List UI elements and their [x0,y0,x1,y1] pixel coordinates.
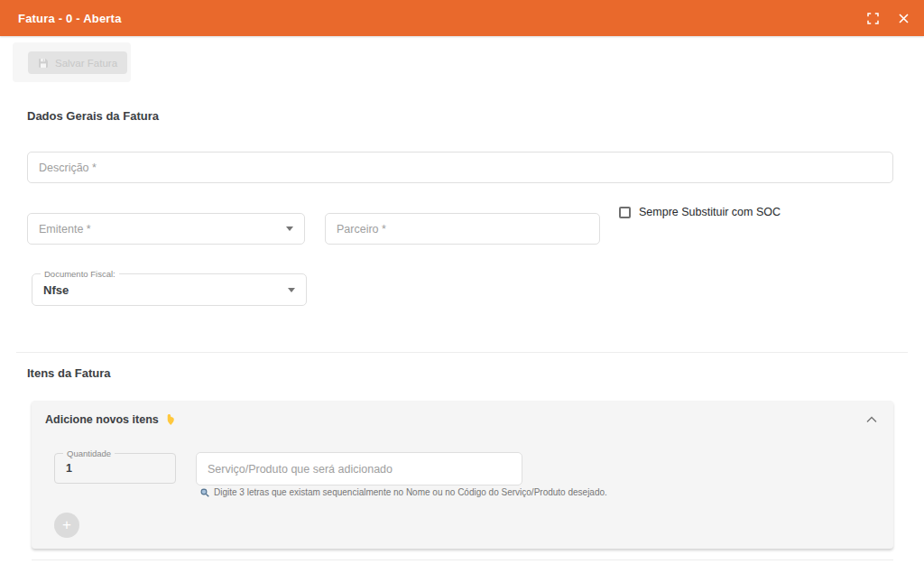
dropdown-arrow-icon [288,288,295,292]
servico-produto-input[interactable] [196,452,522,485]
add-items-panel-title: Adicione novos itens [45,413,177,426]
descricao-input[interactable] [27,152,893,183]
quantidade-label: Quantidade [63,448,115,458]
fullscreen-icon[interactable] [864,10,881,26]
soc-checkbox-label[interactable]: Sempre Substituir com SOC [639,206,781,218]
section-title-itens: Itens da Fatura [27,366,110,380]
search-icon [200,488,209,497]
documento-fiscal-select[interactable]: Documento Fiscal: Nfse [32,273,307,306]
quantidade-field[interactable]: Quantidade [54,453,176,484]
add-items-panel-title-text: Adicione novos itens [45,413,159,426]
section-divider [16,352,908,353]
soc-checkbox-row[interactable]: Sempre Substituir com SOC [619,206,781,218]
dropdown-arrow-icon [286,227,293,231]
section-title-dados-gerais: Dados Gerais da Fatura [27,109,159,123]
add-item-button[interactable]: + [54,513,79,538]
add-items-panel: Adicione novos itens Quantidade Digite 3… [32,401,893,549]
documento-fiscal-value: Nfse [43,283,69,297]
save-icon [38,58,49,69]
titlebar-actions [864,0,911,36]
pointing-down-icon [164,413,177,426]
save-button-label: Salvar Fatura [55,58,117,69]
soc-checkbox[interactable] [619,207,631,218]
plus-icon: + [62,516,71,533]
documento-fiscal-label: Documento Fiscal: [41,269,119,279]
close-icon[interactable] [895,10,911,26]
emitente-placeholder: Emitente * [39,223,91,236]
dialog-titlebar: Fatura - 0 - Aberta [0,0,924,36]
toolbar: Salvar Fatura [13,42,131,82]
dialog-title: Fatura - 0 - Aberta [18,12,122,25]
bottom-divider [32,559,893,560]
chevron-up-icon[interactable] [863,409,881,430]
save-fatura-button[interactable]: Salvar Fatura [28,51,127,74]
parceiro-input[interactable] [325,213,600,245]
emitente-select[interactable]: Emitente * [27,213,305,245]
servico-hint: Digite 3 letras que existam sequencialme… [200,487,607,497]
servico-hint-text: Digite 3 letras que existam sequencialme… [214,487,607,497]
